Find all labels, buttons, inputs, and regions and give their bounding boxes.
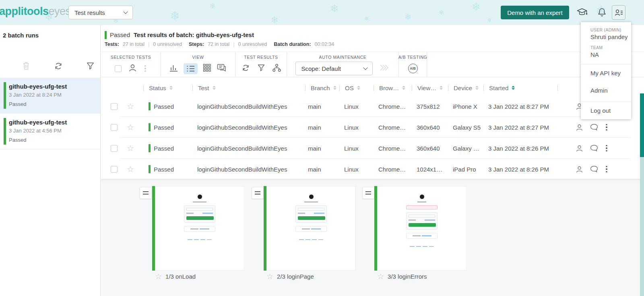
delete-batch-trash-icon[interactable] [22,61,30,72]
star-icon[interactable]: ☆ [127,144,134,152]
refresh-results-icon[interactable] [241,64,250,74]
row-checkbox[interactable] [111,124,118,131]
row-os: Linux [344,159,359,180]
filter-batches-funnel-icon[interactable] [86,62,95,72]
assign-user-icon[interactable] [128,63,137,74]
row-status-bar [149,123,151,131]
mock-title-bar [417,201,426,203]
comments-view-icon[interactable] [217,64,227,74]
results-view-select[interactable]: Test results [68,6,133,19]
sort-icon [333,86,336,90]
row-started: 3 Jan 2022 at 8:26 PM [488,138,549,159]
group-hierarchy-icon[interactable] [272,64,281,74]
row-test-name: loginGithubSecondBuildWithEyes [197,159,287,180]
sort-icon [475,86,479,90]
account-menu-button[interactable] [612,5,625,20]
step-drag-handle[interactable] [362,187,374,199]
chart-view-icon[interactable] [169,64,178,74]
star-icon[interactable]: ☆ [127,123,134,131]
column-header-started[interactable]: Started [483,80,515,96]
star-icon[interactable]: ☆ [155,273,162,280]
row-checkbox[interactable] [111,103,118,110]
ab-testing-section: A/B TESTING A/B [399,52,427,77]
scope-select-value: Scope: Default [301,65,341,72]
snowflake-icon: ❄ [364,15,369,22]
github-login-mock [267,186,355,240]
filter-results-funnel-icon[interactable] [257,64,265,73]
mock-signin-button [409,223,436,227]
step-drag-handle[interactable] [252,187,264,199]
comments-icon[interactable] [590,159,599,180]
list-view-icon-selected[interactable] [184,63,198,74]
row-test-name: loginGithubSecondBuildWithEyes [197,138,287,159]
row-device: Galaxy … [453,138,479,159]
row-checkbox[interactable] [111,166,118,173]
apply-maintenance-icon[interactable] [378,63,390,74]
column-header-viewport[interactable]: View… [412,80,443,96]
menu-item-log-out[interactable]: Log out [581,102,631,119]
row-browser: Chrome… [378,159,406,180]
star-icon[interactable]: ☆ [127,165,134,173]
batch-run-item[interactable]: github-eyes-ufg-test 3 Jan 2022 at 4:56 … [0,114,100,149]
results-table-header: Status Test Branch OS Brow… View… Device… [101,80,644,96]
mock-secondary-box [184,226,215,232]
step-drag-handle[interactable] [140,187,152,199]
grid-view-icon[interactable] [203,64,211,74]
row-started: 3 Jan 2022 at 8:26 PM [488,159,549,180]
test-result-row[interactable]: ☆ Passed loginGithubSecondBuildWithEyes … [101,159,644,180]
mock-signin-button [298,216,325,220]
scope-select[interactable]: Scope: Default [295,62,373,75]
column-header-os[interactable]: OS [339,80,360,96]
assignee-icon[interactable] [575,138,584,159]
row-viewport: 1024x1… [417,159,442,180]
menu-item-my-api-key[interactable]: My API key [581,64,631,82]
mock-row [298,213,324,214]
column-header-branch[interactable]: Branch [305,80,336,96]
batch-date: 3 Jan 2022 at 8:24 PM [9,92,100,98]
comments-icon[interactable] [590,138,599,159]
column-header-device[interactable]: Device [448,80,479,96]
test-result-row[interactable]: ☆ Passed loginGithubSecondBuildWithEyes … [101,117,644,138]
menu-item-admin[interactable]: Admin [581,82,631,99]
mock-label-bar [413,235,421,236]
scrollbar-thumb[interactable] [640,93,644,157]
batch-stats: Tests: 27 in total | 0 unresolved Steps:… [105,41,334,47]
test-result-row[interactable]: ☆ Passed loginGithubSecondBuildWithEyes … [101,96,644,117]
assignee-icon[interactable] [575,117,584,138]
star-icon[interactable]: ☆ [266,273,273,280]
scrollbar-track[interactable] [640,157,644,296]
row-branch: main [308,117,321,138]
assignee-icon[interactable] [575,159,584,180]
learn-graduation-cap-icon[interactable] [576,7,588,19]
demo-with-expert-button[interactable]: Demo with an expert [501,6,569,19]
row-os: Linux [344,96,359,117]
selected-tests-more-icon[interactable] [144,64,147,73]
row-more-icon[interactable] [605,165,608,174]
star-icon[interactable]: ☆ [377,273,384,280]
row-status-bar [149,165,151,173]
step-thumbnail[interactable] [266,186,356,271]
top-bar: ❄ ❄ ❄ ❄ ❄ ❄ ❄ ❄ ❄ ❄ ❄ ❄ applitoolseyes T… [0,0,644,25]
select-all-checkbox[interactable] [115,65,122,72]
star-icon[interactable]: ☆ [127,102,134,110]
step-thumbnail[interactable] [377,186,466,271]
row-more-icon[interactable] [605,123,608,132]
step-thumbnail[interactable] [155,186,244,271]
batch-run-item[interactable]: github-eyes-ufg-test 3 Jan 2022 at 8:24 … [0,78,100,114]
comments-icon[interactable] [590,117,599,138]
row-more-icon[interactable] [605,144,608,153]
test-result-row[interactable]: ☆ Passed loginGithubSecondBuildWithEyes … [101,138,644,159]
mock-input [298,208,324,211]
column-header-browser[interactable]: Brow… [374,80,405,96]
column-header-test[interactable]: Test [192,80,216,96]
refresh-batches-icon[interactable] [54,62,63,72]
ab-testing-icon[interactable]: A/B [408,64,418,73]
row-checkbox[interactable] [111,145,118,152]
batch-date: 3 Jan 2022 at 4:56 PM [9,128,100,134]
mock-signin-button [186,216,214,220]
notifications-bell-icon[interactable] [597,7,607,19]
ab-icon-text: A/B [410,66,416,70]
row-viewport: 360x640 [417,138,440,159]
row-os: Linux [344,117,359,138]
column-header-status[interactable]: Status [143,80,173,96]
